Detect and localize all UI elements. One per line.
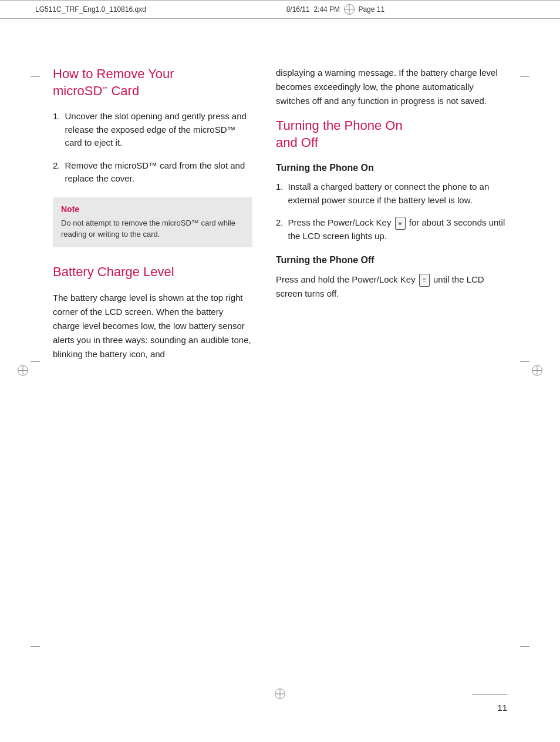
step2: 2. Remove the microSD™ card from the slo…: [53, 159, 252, 186]
bottom-rule: [472, 694, 507, 695]
tick-right-bottom: [520, 646, 529, 647]
tick-right-top: [520, 76, 529, 77]
page-wrapper: LG511C_TRF_Eng1.0_110816.qxd 8/16/11 2:4…: [0, 0, 560, 742]
subsection2-body: Press and hold the Power/Lock Key until …: [276, 273, 507, 301]
header-crosshair: [344, 4, 355, 15]
bottom-crosshair: [275, 689, 285, 701]
side-crosshair-left: [18, 365, 28, 377]
side-crosshair-right: [532, 365, 542, 377]
on-step1: 1. Install a charged battery or connect …: [276, 180, 507, 207]
tick-left-top: [31, 76, 40, 77]
header-center: 8/16/11 2:44 PM Page 11: [286, 4, 384, 15]
header-page: Page 11: [358, 5, 384, 14]
step1: 1. Uncover the slot opening and gently p…: [53, 110, 252, 150]
subsection1-steps: 1. Install a charged battery or connect …: [276, 180, 507, 243]
section2-heading: Battery Charge Level: [53, 264, 252, 281]
turning-heading: Turning the Phone On and Off: [276, 117, 507, 151]
header-date: 8/16/11: [286, 5, 310, 14]
tick-left-bottom: [31, 646, 40, 647]
header-time: 2:44 PM: [313, 5, 340, 14]
subsection2-heading: Turning the Phone Off: [276, 255, 507, 266]
section1-heading: How to Remove Your microSD™ Card: [53, 66, 252, 99]
header-bar: LG511C_TRF_Eng1.0_110816.qxd 8/16/11 2:4…: [0, 0, 560, 19]
on-step2: 2. Press the Power/Lock Key for about 3 …: [276, 216, 507, 243]
note-label: Note: [61, 204, 244, 214]
tick-right-mid: [520, 361, 529, 362]
intro-text: displaying a warning message. If the bat…: [276, 66, 507, 108]
note-box: Note Do not attempt to remove the microS…: [53, 197, 252, 247]
subsection1-heading: Turning the Phone On: [276, 163, 507, 173]
power-key-icon2: [419, 274, 430, 287]
section1-steps: 1. Uncover the slot opening and gently p…: [53, 110, 252, 186]
page-number: 11: [497, 703, 507, 713]
section2-body: The battery charge level is shown at the…: [53, 291, 252, 361]
power-key-icon1: [395, 217, 406, 230]
left-column: How to Remove Your microSD™ Card 1. Unco…: [53, 66, 252, 371]
content-area: How to Remove Your microSD™ Card 1. Unco…: [0, 31, 560, 394]
header-filename: LG511C_TRF_Eng1.0_110816.qxd: [35, 5, 146, 14]
right-column: displaying a warning message. If the bat…: [276, 66, 507, 371]
note-text: Do not attempt to remove the microSD™ ca…: [61, 217, 244, 240]
tick-left-mid: [31, 361, 40, 362]
